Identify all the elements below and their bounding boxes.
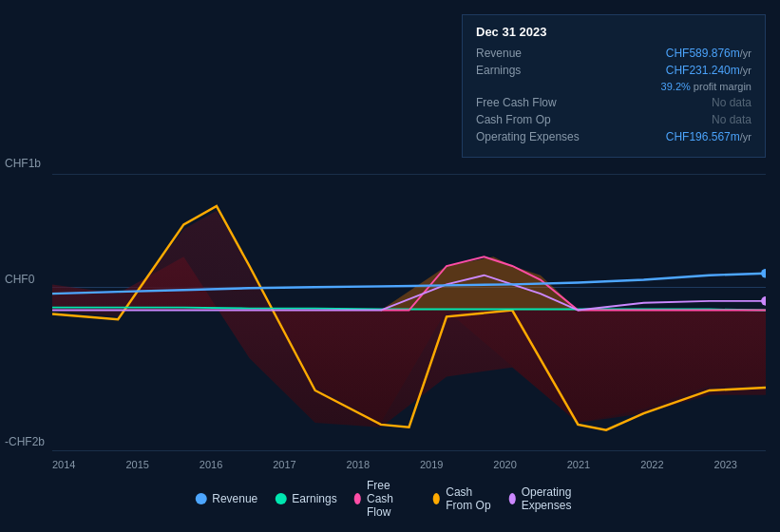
- legend-dot-cash-from-op: [433, 493, 440, 504]
- operating-expenses-value: CHF196.567m/yr: [666, 130, 751, 143]
- legend-dot-earnings: [275, 493, 286, 504]
- profit-margin-row: 39.2% profit margin: [476, 81, 751, 92]
- legend-operating-expenses: Operating Expenses: [508, 485, 584, 512]
- earnings-row: Earnings CHF231.240m/yr: [476, 64, 751, 77]
- cash-from-op-value: No data: [712, 113, 751, 126]
- operating-expenses-row: Operating Expenses CHF196.567m/yr: [476, 130, 751, 143]
- x-label-2018: 2018: [347, 459, 370, 470]
- x-label-2015: 2015: [125, 459, 148, 470]
- x-label-2017: 2017: [273, 459, 295, 470]
- earnings-label: Earnings: [476, 64, 599, 77]
- svg-point-0: [761, 269, 766, 278]
- cash-from-op-row: Cash From Op No data: [476, 113, 751, 126]
- x-label-2014: 2014: [52, 459, 75, 470]
- legend-dot-operating-expenses: [508, 493, 515, 504]
- revenue-row: Revenue CHF589.876m/yr: [476, 47, 751, 60]
- chart-legend: Revenue Earnings Free Cash Flow Cash Fro…: [195, 479, 585, 519]
- tooltip-box: Dec 31 2023 Revenue CHF589.876m/yr Earni…: [462, 14, 766, 158]
- legend-free-cash-flow: Free Cash Flow: [354, 479, 416, 519]
- legend-label-free-cash-flow: Free Cash Flow: [367, 479, 416, 519]
- legend-revenue: Revenue: [195, 492, 257, 505]
- y-axis-label-bottom: -CHF2b: [5, 435, 45, 448]
- legend-cash-from-op: Cash From Op: [433, 485, 491, 512]
- legend-dot-free-cash-flow: [354, 493, 361, 504]
- legend-dot-revenue: [195, 493, 206, 504]
- chart-border-bottom: [52, 450, 766, 451]
- legend-label-cash-from-op: Cash From Op: [446, 485, 491, 512]
- legend-label-earnings: Earnings: [292, 492, 336, 505]
- x-axis: 2014 2015 2016 2017 2018 2019 2020 2021 …: [0, 459, 780, 470]
- earnings-value: CHF231.240m/yr: [666, 64, 751, 77]
- x-label-2019: 2019: [420, 459, 443, 470]
- svg-point-1: [761, 296, 766, 306]
- x-label-2021: 2021: [567, 459, 590, 470]
- free-cash-flow-row: Free Cash Flow No data: [476, 96, 751, 109]
- x-label-2023: 2023: [714, 459, 737, 470]
- free-cash-flow-label: Free Cash Flow: [476, 96, 599, 109]
- free-cash-flow-value: No data: [712, 96, 751, 109]
- x-label-2016: 2016: [200, 459, 222, 470]
- revenue-label: Revenue: [476, 47, 599, 60]
- cash-from-op-label: Cash From Op: [476, 113, 599, 126]
- operating-expenses-label: Operating Expenses: [476, 130, 599, 143]
- tooltip-date: Dec 31 2023: [476, 25, 751, 39]
- profit-margin: 39.2% profit margin: [661, 81, 751, 92]
- y-axis-label-mid: CHF0: [5, 273, 34, 286]
- x-label-2022: 2022: [640, 459, 663, 470]
- legend-earnings: Earnings: [275, 492, 336, 505]
- chart-container: Dec 31 2023 Revenue CHF589.876m/yr Earni…: [0, 0, 780, 532]
- y-axis-label-top: CHF1b: [5, 157, 41, 170]
- legend-label-operating-expenses: Operating Expenses: [522, 485, 585, 512]
- legend-label-revenue: Revenue: [212, 492, 257, 505]
- x-label-2020: 2020: [493, 459, 516, 470]
- chart-svg: [52, 174, 766, 450]
- revenue-value: CHF589.876m/yr: [666, 47, 751, 60]
